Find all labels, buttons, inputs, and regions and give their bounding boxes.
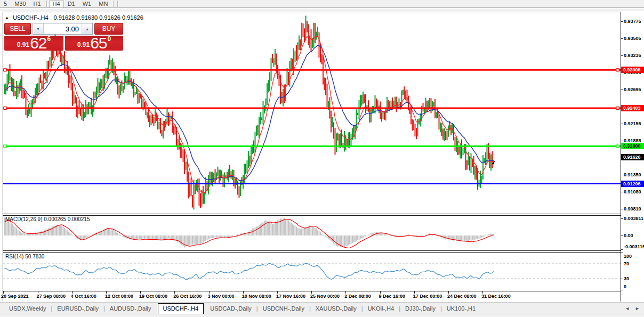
line-handle: [4, 69, 6, 71]
chart-tab-ukoil-[interactable]: UKOil-,H4: [363, 303, 399, 314]
price-tick-label: 0.93775: [624, 19, 641, 24]
rsi-tick: [621, 279, 623, 279]
price-tick-label: 0.92155: [624, 121, 641, 126]
sell-price-sup: 6: [47, 35, 51, 43]
price-tick: [621, 209, 623, 209]
time-tick-label: 4 Oct 16:00: [71, 294, 96, 299]
sell-price-prefix: 0.91: [17, 41, 29, 48]
line-handle: [616, 69, 619, 71]
macd-tick-label: 0.003811: [624, 216, 643, 221]
chart-symbol-period: USDCHF-,H4: [13, 14, 49, 21]
line-handle: [4, 145, 6, 148]
chart-tab-eurusd-[interactable]: EURUSD-,Daily: [52, 303, 103, 314]
rsi-tick-label: 0: [624, 284, 626, 289]
macd-tick-label: -0.003115: [624, 244, 644, 249]
macd-pane-bottom-border: [3, 250, 621, 251]
chart-tab-usdcad-[interactable]: USDCAD-,Daily: [205, 303, 256, 314]
chart-title: ▲ USDCHF-,H4 0.91628 0.91630 0.91626 0.9…: [5, 14, 143, 21]
price-tick: [621, 90, 623, 90]
trading-terminal-window: 5M30H1H4D1W1MN ▲ USDCHF-,H4 0.91628 0.91…: [0, 0, 644, 317]
time-tick-label: 26 Oct 16:00: [173, 294, 202, 299]
chart-tab-xauusd-[interactable]: XAUUSD-,Daily: [311, 303, 361, 314]
price-tick-label: 0.92695: [624, 87, 641, 92]
macd-tick: [621, 218, 623, 219]
last-price-badge: 0.91626: [621, 154, 644, 160]
timeframe-button-h4[interactable]: H4: [49, 0, 64, 8]
macd-signal-line: [5, 220, 494, 248]
rsi-tick: [621, 290, 623, 290]
price-tick: [621, 21, 623, 22]
spin-down-icon: ▼: [36, 27, 40, 31]
time-tick-label: 31 Dec 16:00: [481, 294, 511, 299]
timeframe-button-5[interactable]: 5: [0, 1, 11, 7]
rsi-line: [5, 263, 494, 280]
price-tick: [621, 175, 623, 175]
price-line-badge-0.91206: 0.91206: [621, 181, 644, 187]
toolbar-separator: [46, 1, 47, 7]
price-tick: [621, 38, 623, 39]
macd-indicator-pane[interactable]: [3, 215, 621, 250]
time-tick-label: 12 Oct 00:00: [105, 294, 133, 299]
spin-up-icon: ▲: [85, 27, 89, 31]
rsi-indicator-pane[interactable]: [3, 252, 621, 291]
price-tick: [621, 55, 623, 56]
chart-tab-usdchf-[interactable]: USDCHF-,H4: [158, 303, 204, 314]
time-tick-label: 10 Nov 08:00: [242, 294, 271, 299]
volume-increase-button[interactable]: ▲: [82, 23, 92, 34]
chart-tab-bar: USDX,Weekly|EURUSD-,Daily|AUDUSD-,Daily …: [0, 302, 644, 314]
collapse-panel-icon[interactable]: ▲: [5, 15, 9, 20]
tab-scroll-right-icon[interactable]: ►: [635, 306, 640, 311]
toolbar-separator: [113, 1, 114, 7]
timeframe-button-d1[interactable]: D1: [64, 1, 79, 7]
chart-tab-dj30-[interactable]: DJ30-,Daily: [400, 303, 440, 314]
main-pane-bottom-border: [3, 214, 621, 214]
price-tick: [621, 141, 623, 141]
macd-label: MACD(12,26,9) 0.000265 0.000215: [5, 216, 90, 222]
chart-tab-uk100-[interactable]: UK100-,H1: [442, 303, 480, 314]
time-tick-label: 20 Sep 2021: [1, 294, 29, 299]
status-bar: [0, 314, 644, 317]
chart-tab-usdx[interactable]: USDX,Weekly: [4, 303, 51, 314]
timeframe-button-mn[interactable]: MN: [95, 1, 111, 7]
time-tick-label: 24 Dec 08:00: [447, 294, 477, 299]
sell-button[interactable]: SELL: [4, 23, 31, 35]
rsi-tick: [621, 264, 623, 264]
macd-tick-label: 0.00: [624, 233, 633, 238]
tab-scroll-left-icon[interactable]: ◄: [625, 306, 630, 311]
toolbar-separator: [117, 1, 118, 7]
rsi-label: RSI(14) 50.7830: [5, 254, 44, 259]
rsi-tick-label: 30: [624, 276, 629, 281]
chart-tab-usdcnh-[interactable]: USDCNH-,Daily: [258, 303, 309, 314]
time-tick-label: 27 Sep 08:00: [37, 294, 66, 299]
chart-tab-audusd-[interactable]: AUDUSD-,Daily: [105, 303, 156, 314]
price-tick-label: 0.93235: [624, 53, 641, 58]
buy-price-sup: 0: [108, 35, 111, 43]
line-handle: [616, 145, 619, 148]
macd-tick: [621, 249, 623, 250]
rsi-tick-label: 70: [624, 261, 629, 266]
volume-input[interactable]: 3.00: [44, 23, 82, 34]
price-tick-label: 0.91350: [624, 172, 641, 177]
time-tick-label: 3 Nov 00:00: [208, 294, 235, 299]
buy-button[interactable]: BUY: [94, 23, 123, 35]
rsi-tick-label: 100: [624, 254, 632, 259]
price-tick: [621, 192, 623, 192]
price-tick-label: 0.93505: [624, 36, 641, 41]
timeframe-button-w1[interactable]: W1: [79, 1, 95, 7]
timeframe-button-h1[interactable]: H1: [30, 1, 45, 7]
buy-price-button[interactable]: 0.91650: [65, 36, 123, 51]
timeframe-toolbar: 5M30H1H4D1W1MN: [0, 0, 644, 11]
sell-price-button[interactable]: 0.91626: [4, 36, 63, 51]
chart-quote-values: 0.91628 0.91630 0.91626 0.91626: [54, 14, 143, 21]
time-tick-label: 19 Oct 08:00: [139, 294, 167, 299]
time-tick-label: 17 Nov 16:00: [276, 294, 305, 299]
rsi-tick: [621, 253, 623, 253]
price-line-badge-0.91800: 0.91800: [621, 143, 644, 149]
time-tick-label: 9 Dec 16:00: [379, 294, 406, 299]
time-tick-label: 17 Dec 00:00: [413, 294, 442, 299]
time-tick-label: 25 Nov 00:00: [310, 294, 340, 299]
buy-price-big: 65: [90, 36, 107, 50]
price-line-badge-0.92403: 0.92403: [621, 105, 644, 111]
volume-decrease-button[interactable]: ▼: [33, 23, 44, 34]
timeframe-button-m30[interactable]: M30: [11, 1, 29, 7]
